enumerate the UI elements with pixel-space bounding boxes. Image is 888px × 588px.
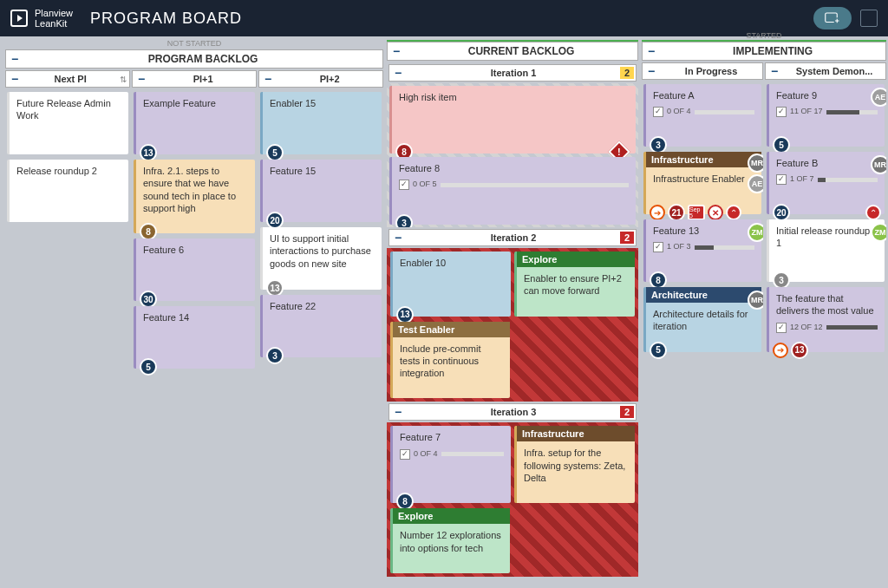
count-badge: 13	[266, 279, 284, 297]
col-header[interactable]: − PI+1	[132, 70, 257, 88]
avatar: AE	[871, 88, 886, 107]
count-badge: 13	[140, 144, 157, 161]
card-plus-icon	[825, 12, 840, 24]
card-header: Explore	[393, 508, 510, 524]
collapse-icon[interactable]: −	[389, 231, 407, 245]
lane-header-current[interactable]: − CURRENT BACKLOG	[387, 42, 638, 61]
card-release-roundup[interactable]: Release roundup 2	[7, 160, 128, 222]
card-explore2[interactable]: Explore Number 12 explorations into opti…	[390, 508, 510, 573]
card-enabler15[interactable]: Enabler 15 5	[260, 92, 382, 154]
collapse-icon[interactable]: −	[6, 72, 23, 86]
sort-icon[interactable]: ⇅	[117, 75, 129, 84]
card-architecture[interactable]: Architecture MR Architecture details for…	[643, 287, 761, 352]
card-infra-enabler[interactable]: Infrastructure Infrastructure Enabler MR…	[643, 152, 761, 214]
card-initial-release[interactable]: ZM Initial release roundup 1 3	[767, 219, 885, 282]
card-feature7[interactable]: Feature 7 ✓0 OF 4 8	[390, 426, 511, 503]
card-infra21[interactable]: Infra. 2.1. steps to ensure that we have…	[134, 160, 255, 233]
stop-icon: ✕	[708, 205, 723, 220]
card-feature13[interactable]: ZM Feature 13 ✓1 OF 3 8	[643, 219, 761, 282]
card-example-feature[interactable]: Example Feature 13	[134, 92, 255, 154]
card-high-risk[interactable]: High risk item 8 !	[389, 86, 636, 154]
lane-current-backlog: − CURRENT BACKLOG − Iteration 1 2 High r…	[385, 40, 640, 588]
col-next-pi: − Next PI ⇅ Future Release Admin Work Re…	[5, 70, 130, 588]
col-header[interactable]: − In Progress	[642, 62, 763, 80]
count-badge: 8	[650, 271, 667, 289]
avatar: ZM	[871, 223, 886, 242]
lane-header-implementing[interactable]: − IMPLEMENTING	[642, 42, 886, 61]
checkbox-icon: ✓	[653, 242, 663, 252]
count-badge: 5	[650, 342, 667, 359]
card-feature15[interactable]: Feature 15 20	[260, 160, 382, 222]
lane-header-backlog[interactable]: − PROGRAM BACKLOG	[5, 49, 383, 69]
checkbox-icon: ✓	[653, 107, 663, 117]
card-explore[interactable]: Explore Enabler to ensure PI+2 can move …	[514, 252, 635, 317]
card-feature22[interactable]: Feature 22 3	[260, 295, 382, 357]
card-header: Infrastructure	[646, 152, 761, 167]
card-feature9[interactable]: AE Feature 9 ✓11 OF 17 5	[767, 84, 885, 147]
card-future-release[interactable]: Future Release Admin Work	[7, 92, 128, 154]
count-badge: 5	[773, 136, 790, 154]
collapse-icon[interactable]: −	[389, 405, 407, 419]
date-badge: Sep 5	[688, 205, 705, 220]
count-badge: 8	[140, 223, 157, 240]
count-badge: 3	[266, 347, 284, 364]
card-featureB[interactable]: MR Feature B ✓1 OF 7 20 ⌃	[767, 152, 885, 214]
card-test-enabler[interactable]: Test Enabler Include pre-commit tests in…	[390, 322, 510, 399]
sublane-iter3[interactable]: − Iteration 3 2	[388, 403, 637, 421]
collapse-icon[interactable]: −	[6, 52, 23, 66]
collapse-icon[interactable]: −	[259, 72, 277, 86]
card-feature8[interactable]: Feature 8 ✓0 OF 5 3	[389, 157, 636, 225]
brand-text: Planview LeanKit	[35, 8, 73, 29]
collapse-icon[interactable]: −	[389, 66, 407, 80]
lane-status-label: NOT STARTED	[5, 39, 383, 49]
card-ui-support[interactable]: UI to support initial interactions to pu…	[260, 227, 382, 290]
collapse-icon[interactable]: −	[643, 64, 660, 78]
arrow-icon: ➔	[650, 205, 665, 220]
card-feature6[interactable]: Feature 6 30	[134, 238, 255, 301]
sublane-iter2[interactable]: − Iteration 2 2	[388, 229, 637, 246]
chevron-up-icon: ⌃	[865, 205, 881, 220]
card-deliver-value[interactable]: The feature that delivers the most value…	[767, 287, 885, 352]
col-system-demo: − System Demon... AE Feature 9 ✓11 OF 17…	[765, 62, 886, 588]
count-badge: 30	[140, 291, 157, 308]
col-header[interactable]: − PI+2	[258, 70, 383, 88]
checkbox-icon: ✓	[776, 107, 787, 117]
count-badge: 3	[773, 271, 790, 289]
count-badge: 20	[773, 204, 790, 221]
brand-logo[interactable]: Planview LeanKit	[10, 8, 73, 29]
count-badge: 3	[395, 214, 413, 227]
count-badge: 21	[668, 204, 685, 221]
count-badge: 13	[396, 306, 414, 323]
collapse-icon[interactable]: −	[133, 72, 150, 86]
sublane-iter1[interactable]: − Iteration 1 2	[388, 64, 637, 82]
count-badge: 5	[140, 358, 157, 376]
count-badge: 8	[396, 493, 414, 510]
col-header[interactable]: − Next PI ⇅	[5, 70, 130, 88]
count-badge: 20	[266, 212, 284, 229]
card-featureA[interactable]: Feature A ✓0 OF 4 3	[643, 84, 761, 147]
add-card-button[interactable]	[813, 7, 852, 29]
lane-program-backlog: NOT STARTED − PROGRAM BACKLOG − Next PI …	[3, 40, 385, 588]
card-enabler10[interactable]: Enabler 10 13	[390, 252, 511, 317]
collapse-icon[interactable]: −	[643, 44, 660, 58]
checkbox-icon: ✓	[400, 449, 410, 460]
layout-icon[interactable]	[860, 10, 878, 27]
checkbox-icon: ✓	[776, 174, 787, 185]
card-header: Infrastructure	[517, 426, 635, 441]
board: NOT STARTED − PROGRAM BACKLOG − Next PI …	[0, 36, 888, 588]
col-pi2: − PI+2 Enabler 15 5 Feature 15 20 UI to …	[258, 70, 383, 588]
avatar: MR	[871, 155, 886, 174]
collapse-icon[interactable]: −	[766, 64, 783, 78]
lane-implementing: STARTED − IMPLEMENTING − In Progress Fea…	[640, 40, 888, 588]
card-feature14[interactable]: Feature 14 5	[134, 306, 255, 369]
count-badge: 5	[266, 144, 284, 161]
collapse-icon[interactable]: −	[388, 44, 405, 58]
count-badge: 3	[650, 136, 667, 154]
avatar: AE	[748, 174, 763, 193]
arrow-icon: ➔	[773, 343, 788, 358]
col-header[interactable]: − System Demon...	[765, 62, 886, 80]
card-infra-setup[interactable]: Infrastructure Infra. setup for the foll…	[514, 426, 635, 503]
avatar: MR	[748, 291, 763, 310]
board-title: PROGRAM BOARD	[90, 10, 242, 28]
checkbox-icon: ✓	[776, 323, 787, 333]
